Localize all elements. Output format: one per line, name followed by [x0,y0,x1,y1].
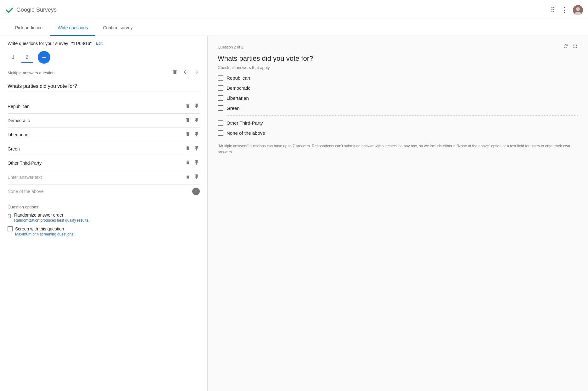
preview-answer-row: Green [218,105,578,111]
preview-meta-row: Question 2 of 2: [218,43,578,51]
preview-answer-row: None of the above [218,130,578,136]
survey-title-prefix: Write questions for your survey [8,41,68,46]
screen-option-row: Screen with this question Maximum of 4 s… [8,226,200,236]
answer-row: Republican [8,99,200,114]
preview-answer-text: Democratic [227,85,250,91]
more-vert-icon[interactable]: ⋮ [561,6,568,14]
answer-row-icons [185,145,200,153]
preview-answer-text: Libertarian [227,95,249,101]
preview-answer-text: Green [227,105,240,111]
answer-row: Green [8,142,200,156]
preview-checkbox-none-of-above[interactable] [218,130,223,136]
preview-answer-row: Other Third-Party [218,120,578,126]
preview-controls [563,43,578,51]
preview-expand-button[interactable] [572,43,578,51]
preview-checkbox-republican[interactable] [218,75,223,81]
preview-answer-text: Republican [227,75,250,81]
randomize-option-content: Randomize answer order Randomization pro… [14,212,89,223]
randomize-sublabel[interactable]: Randomization produces best quality resu… [14,218,89,223]
header-left: Google Surveys [5,6,57,14]
app-title: Google Surveys [16,7,57,13]
preview-refresh-button[interactable] [563,43,568,51]
edit-survey-link[interactable]: Edit [96,41,103,46]
preview-divider [227,115,578,116]
google-checkmark-icon [5,6,14,14]
tab-confirm-survey[interactable]: Confirm survey [95,20,140,36]
answer-text: Republican [8,104,181,109]
pin-answer-1-button[interactable] [193,117,200,124]
answer-row-icons [185,103,200,110]
preview-checkbox-other-third-party[interactable] [218,120,223,126]
survey-title-bar: Write questions for your survey "11/08/1… [0,36,207,51]
preview-answer-text: Other Third-Party [227,120,263,126]
screen-label: Screen with this question [15,226,75,231]
answers-list: Republican Democratic [8,99,200,198]
answer-row-icons [185,159,200,167]
preview-checkbox-democratic[interactable] [218,85,223,91]
preview-instruction: Check all answers that apply [218,65,578,70]
preview-answer-row: Republican [218,75,578,81]
answer-text: Green [8,146,181,151]
survey-name: "11/08/16" [71,41,92,46]
delete-answer-5-button[interactable] [185,173,191,181]
preview-checkbox-green[interactable] [218,105,223,111]
answer-row: Enter answer text [8,170,200,184]
delete-answer-1-button[interactable] [185,117,191,124]
question-number-tabs: 1 2 + [0,51,207,64]
add-question-button[interactable]: + [38,51,50,64]
preview-checkbox-libertarian[interactable] [218,95,223,101]
answer-row: Libertarian [8,128,200,142]
grid-icon[interactable]: ⠿ [551,6,556,14]
pin-answer-5-button[interactable] [193,173,200,181]
preview-question-title: Whats parties did you vote for? [218,54,578,63]
app-header: Google Surveys ⠿ ⋮ [0,0,588,20]
answer-row-icons [185,117,200,124]
svg-point-1 [576,7,580,11]
preview-answer-row: Libertarian [218,95,578,101]
tab-pick-audience[interactable]: Pick audience [8,20,50,36]
question-actions [171,69,200,77]
preview-answer-row: Democratic [218,85,578,91]
answer-row-icons [185,131,200,139]
main-content: Write questions for your survey "11/08/1… [0,36,588,391]
answer-text: Democratic [8,118,181,123]
move-right-button[interactable] [193,69,200,77]
header-right: ⠿ ⋮ [551,5,583,15]
screen-option-content: Screen with this question Maximum of 4 s… [15,226,75,236]
screen-sublabel[interactable]: Maximum of 4 screening questions. [15,232,75,236]
delete-question-button[interactable] [171,69,178,77]
question-tab-2[interactable]: 2 [21,52,33,63]
pin-answer-3-button[interactable] [193,145,200,153]
delete-answer-2-button[interactable] [185,131,191,139]
screen-checkbox[interactable] [8,226,13,231]
question-tab-1[interactable]: 1 [8,52,19,63]
preview-question-meta: Question 2 of 2: [218,45,244,49]
delete-answer-3-button[interactable] [185,145,191,153]
tab-write-questions[interactable]: Write questions [50,20,95,36]
preview-answer-text: None of the above [227,130,265,136]
randomize-label: Randomize answer order [14,212,89,218]
question-editor: Multiple answers question: [0,64,207,243]
question-type-label: Multiple answers question: [8,71,56,75]
question-options-title: Question options: [8,205,200,209]
randomize-option-row: ⇅ Randomize answer order Randomization p… [8,212,200,223]
user-avatar[interactable] [573,5,583,15]
nav-tabs: Pick audience Write questions Confirm su… [0,20,588,36]
preview-note: "Multiple answers" questions can have up… [218,143,578,155]
question-text-input[interactable] [8,81,200,92]
none-of-above-row: None of the above i [8,184,200,198]
delete-answer-0-button[interactable] [185,103,191,110]
question-options: Question options: ⇅ Randomize answer ord… [8,205,200,236]
answer-placeholder: Enter answer text [8,175,181,180]
randomize-icon: ⇅ [8,213,12,219]
answer-text: Libertarian [8,132,181,137]
pin-answer-2-button[interactable] [193,131,200,139]
delete-answer-4-button[interactable] [185,159,191,167]
left-panel: Write questions for your survey "11/08/1… [0,36,208,391]
pin-answer-4-button[interactable] [193,159,200,167]
none-info-icon[interactable]: i [192,188,200,195]
answer-row: Democratic [8,114,200,128]
move-left-button[interactable] [182,69,189,77]
pin-answer-0-button[interactable] [193,103,200,110]
answer-text: Other Third-Party [8,161,181,166]
